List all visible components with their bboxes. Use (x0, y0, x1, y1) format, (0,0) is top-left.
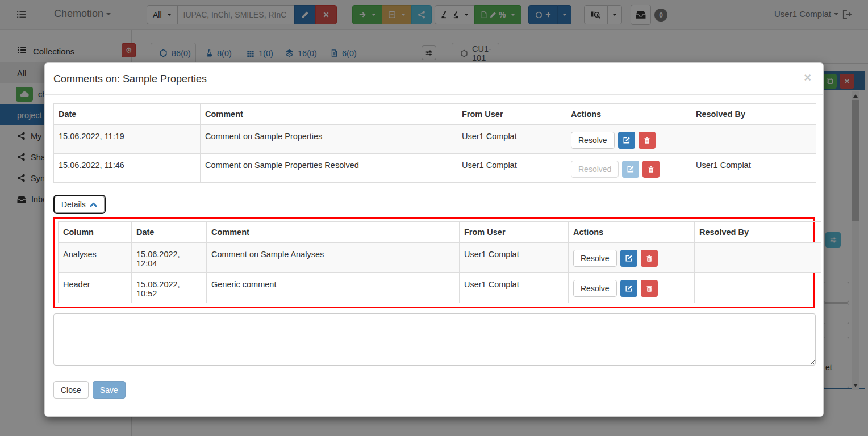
cell-resolved-by: User1 Complat (691, 154, 816, 183)
trash-icon (644, 137, 650, 144)
col-header-actions: Actions (569, 222, 695, 243)
edit-comment-button-disabled (622, 161, 639, 178)
cell-date: 15.06.2022, 11:19 (54, 125, 201, 154)
edit-icon (625, 254, 633, 262)
modal-footer: Close Save (53, 381, 815, 408)
comments-table: Date Comment From User Actions Resolved … (53, 103, 816, 183)
cell-column: Analyses (59, 243, 132, 273)
col-header-from-user: From User (457, 104, 566, 125)
col-header-date: Date (54, 104, 201, 125)
col-header-comment: Comment (201, 104, 457, 125)
cell-from-user: User1 Complat (457, 125, 566, 154)
table-row: 15.06.2022, 11:46 Comment on Sample Prop… (54, 154, 816, 183)
table-header-row: Date Comment From User Actions Resolved … (54, 104, 816, 125)
modal-close-button[interactable]: × (800, 71, 815, 85)
delete-comment-button[interactable] (641, 280, 658, 297)
actions-cell: Resolve (573, 250, 690, 267)
new-comment-textarea[interactable] (53, 313, 816, 366)
modal-header: Comments on: Sample Properties × (45, 63, 823, 95)
details-label: Details (61, 200, 86, 209)
actions-cell: Resolved (571, 161, 686, 178)
col-header-from-user: From User (460, 222, 569, 243)
trash-icon (646, 285, 653, 292)
modal-title: Comments on: Sample Properties (53, 73, 815, 85)
table-header-row: Column Date Comment From User Actions Re… (59, 222, 821, 243)
chevron-up-icon (89, 201, 98, 208)
save-button: Save (93, 381, 126, 399)
comments-modal: Comments on: Sample Properties × Date Co… (44, 62, 824, 417)
delete-comment-button[interactable] (639, 132, 656, 149)
col-header-date: Date (132, 222, 207, 243)
cell-comment: Generic comment (207, 273, 460, 303)
delete-comment-button[interactable] (642, 161, 660, 178)
actions-cell: Resolve (573, 280, 690, 297)
edit-icon (623, 136, 631, 144)
details-section: Column Date Comment From User Actions Re… (53, 217, 815, 308)
cell-comment: Comment on Sample Properties Resolved (201, 154, 457, 183)
cell-column: Header (59, 273, 132, 303)
col-header-resolved-by: Resolved By (695, 222, 821, 243)
trash-icon (646, 255, 653, 262)
close-button[interactable]: Close (53, 381, 89, 399)
edit-comment-button[interactable] (618, 132, 635, 149)
cell-resolved-by (695, 243, 821, 273)
cell-comment: Comment on Sample Properties (201, 125, 457, 154)
trash-icon (648, 166, 654, 173)
cell-date: 15.06.2022, 11:46 (54, 154, 201, 183)
col-header-actions: Actions (566, 104, 691, 125)
cell-comment: Comment on Sample Analyses (207, 243, 460, 273)
delete-comment-button[interactable] (641, 250, 658, 267)
cell-from-user: User1 Complat (457, 154, 566, 183)
cell-resolved-by (691, 125, 816, 154)
cell-from-user: User1 Complat (460, 273, 569, 303)
resolve-button[interactable]: Resolve (573, 250, 617, 267)
edit-icon (625, 284, 633, 292)
details-toggle-button[interactable]: Details (55, 196, 105, 213)
resolved-button-disabled: Resolved (571, 161, 619, 178)
edit-icon (627, 165, 635, 173)
resolve-button[interactable]: Resolve (571, 132, 615, 149)
table-row: Analyses 15.06.2022, 12:04 Comment on Sa… (59, 243, 821, 273)
actions-cell: Resolve (571, 132, 686, 149)
table-row: 15.06.2022, 11:19 Comment on Sample Prop… (54, 125, 816, 154)
resolve-button[interactable]: Resolve (573, 280, 617, 297)
cell-date: 15.06.2022, 12:04 (132, 243, 207, 273)
edit-comment-button[interactable] (620, 280, 637, 297)
table-row: Header 15.06.2022, 10:52 Generic comment… (59, 273, 821, 303)
cell-resolved-by (695, 273, 821, 303)
details-table: Column Date Comment From User Actions Re… (58, 221, 821, 303)
modal-body: Date Comment From User Actions Resolved … (45, 95, 823, 416)
cell-date: 15.06.2022, 10:52 (132, 273, 207, 303)
edit-comment-button[interactable] (620, 250, 637, 267)
col-header-comment: Comment (207, 222, 460, 243)
col-header-column: Column (59, 222, 132, 243)
col-header-resolved-by: Resolved By (691, 104, 816, 125)
cell-from-user: User1 Complat (460, 243, 569, 273)
